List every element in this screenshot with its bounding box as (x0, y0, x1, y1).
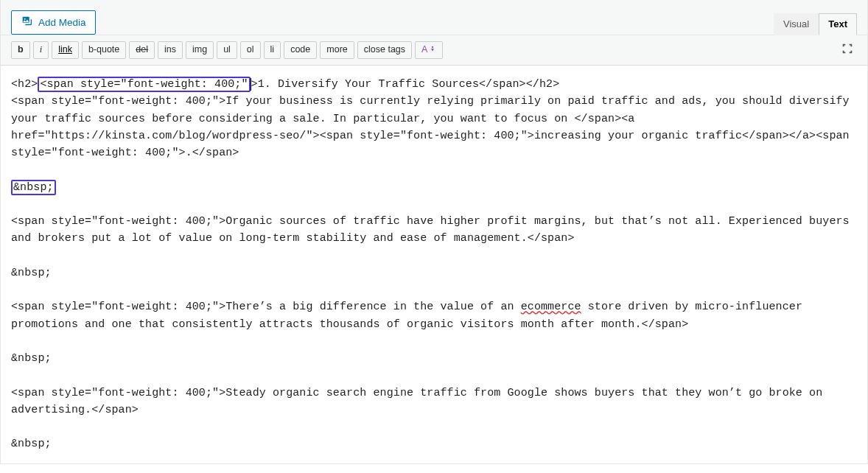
qt-ol-button[interactable]: ol (240, 41, 261, 59)
qt-accessibility-button[interactable]: A (415, 41, 443, 59)
code-text: &nbsp; (11, 438, 52, 450)
html-editor-textarea[interactable]: <h2><span style="font-weight: 400;">1. D… (1, 66, 867, 463)
highlighted-span-tag: <span style="font-weight: 400;" (38, 77, 250, 92)
qt-link-button[interactable]: link (52, 41, 79, 59)
editor-top-row: Add Media Visual Text (1, 0, 867, 35)
media-icon (21, 15, 34, 30)
a11y-icon (429, 46, 436, 53)
add-media-label: Add Media (38, 17, 86, 28)
qt-italic-button[interactable]: i (33, 41, 49, 59)
qt-li-button[interactable]: li (264, 41, 281, 59)
fullscreen-icon (841, 43, 854, 58)
qt-ul-button[interactable]: ul (217, 41, 237, 59)
svg-point-0 (24, 18, 26, 20)
code-text: <span style="font-weight: 400;">Organic … (11, 215, 856, 245)
code-text: <span style="font-weight: 400;">If your … (11, 95, 856, 159)
code-text: &nbsp; (11, 352, 52, 365)
spellcheck-word: ecommerce (521, 301, 581, 313)
code-line: <h2> (11, 78, 38, 91)
qt-bold-button[interactable]: b (11, 41, 30, 59)
qt-blockquote-button[interactable]: b-quote (82, 41, 126, 59)
add-media-button[interactable]: Add Media (11, 10, 96, 35)
qt-code-button[interactable]: code (284, 41, 317, 59)
qt-img-button[interactable]: img (186, 41, 214, 59)
highlighted-code-text: &nbsp; (13, 181, 54, 194)
highlighted-code-text: <span style="font-weight: 400;" (40, 78, 248, 91)
editor-tabs: Visual Text (774, 13, 857, 35)
qt-close-tags-button[interactable]: close tags (357, 41, 412, 59)
tab-visual[interactable]: Visual (774, 13, 819, 35)
code-text: >1. Diversify Your Traffic Sources</span… (251, 78, 560, 91)
editor-wrapper: Add Media Visual Text b i link b-quote d… (0, 0, 868, 464)
svg-point-1 (432, 46, 433, 48)
code-text: <span style="font-weight: 400;">There’s … (11, 301, 521, 313)
qt-more-button[interactable]: more (320, 41, 354, 59)
fullscreen-toggle-button[interactable] (838, 41, 857, 59)
code-text: <span style="font-weight: 400;">Steady o… (11, 387, 829, 416)
qt-ins-button[interactable]: ins (158, 41, 183, 59)
a11y-label: A (421, 44, 427, 55)
tab-text[interactable]: Text (819, 13, 857, 35)
qt-del-button[interactable]: del (129, 41, 155, 59)
code-text: &nbsp; (11, 267, 52, 279)
quicktags-buttons: b i link b-quote del ins img ul ol li co… (11, 41, 443, 59)
quicktags-toolbar: b i link b-quote del ins img ul ol li co… (1, 35, 867, 66)
highlighted-nbsp: &nbsp; (11, 180, 56, 195)
